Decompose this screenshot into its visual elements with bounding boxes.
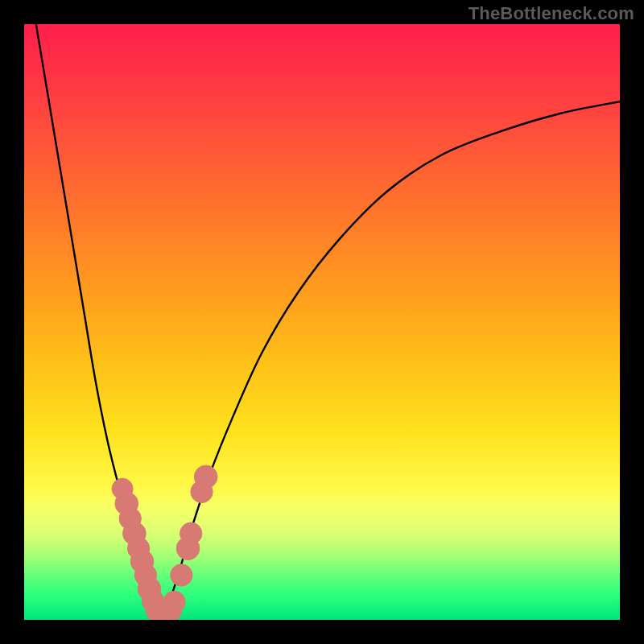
plot-area — [24, 24, 620, 620]
data-marker — [163, 591, 185, 613]
chart-overlay — [24, 24, 620, 620]
chart-frame: TheBottleneck.com — [0, 0, 644, 644]
watermark-text: TheBottleneck.com — [469, 3, 634, 24]
data-marker — [171, 564, 192, 586]
data-marker — [194, 465, 217, 489]
data-markers — [112, 465, 217, 620]
data-marker — [180, 522, 202, 544]
curve-right — [161, 101, 620, 620]
